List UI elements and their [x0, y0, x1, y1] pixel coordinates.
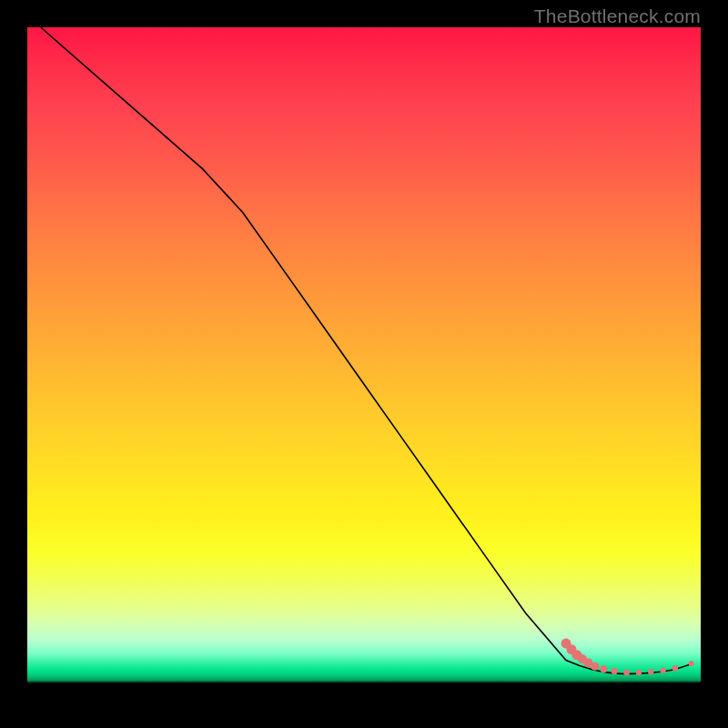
bottleneck-curve	[41, 27, 691, 673]
stage: TheBottleneck.com	[0, 0, 728, 728]
plot-area	[27, 27, 701, 701]
marker-dot	[660, 668, 665, 673]
marker-dot	[600, 665, 607, 672]
marker-dot	[612, 668, 618, 674]
marker-dot	[648, 669, 653, 674]
chart-svg	[27, 27, 701, 701]
marker-dot	[623, 670, 630, 676]
marker-dot	[672, 665, 678, 671]
watermark-text: TheBottleneck.com	[534, 5, 701, 27]
marker-dot	[591, 662, 599, 671]
marker-dot	[689, 661, 694, 666]
marker-group	[561, 639, 694, 676]
marker-dot	[636, 670, 642, 675]
